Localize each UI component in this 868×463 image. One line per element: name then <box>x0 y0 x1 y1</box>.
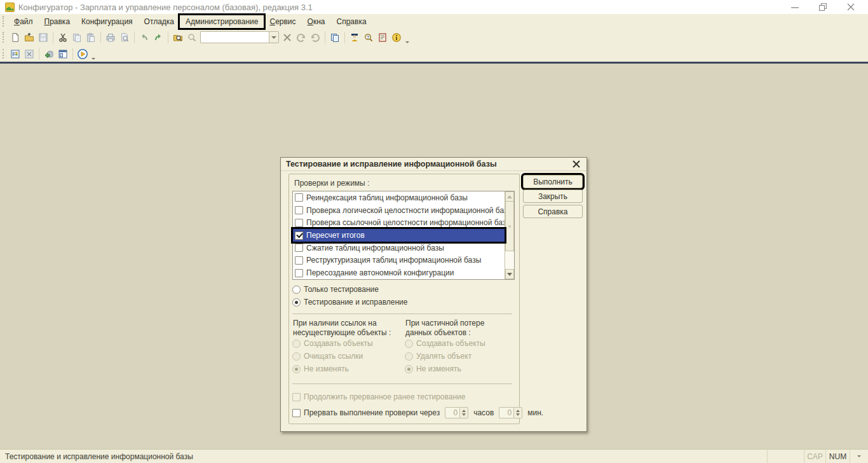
menu-help[interactable]: Справка <box>330 15 372 28</box>
separator <box>292 314 512 314</box>
status-bar: Тестирование и исправление информационно… <box>0 449 868 463</box>
configuration-window-icon[interactable] <box>8 47 22 61</box>
app-icon <box>5 3 15 12</box>
ref-no-change[interactable]: Не изменять <box>292 364 349 373</box>
list-item[interactable]: Реструктуризация таблиц информационной б… <box>293 254 505 267</box>
copy-icon[interactable] <box>70 31 84 45</box>
zoom-icon[interactable] <box>185 31 199 45</box>
continue-testing-checkbox: Продолжить прерванное ранее тестирование <box>292 392 465 401</box>
interrupt-check-row: Прервать выполнение проверки через 0 час… <box>292 407 543 418</box>
restore-icon[interactable] <box>818 3 827 11</box>
loss-delete-object[interactable]: Удалять объект <box>405 352 471 361</box>
test-repair-dialog: Тестирование и исправление информационно… <box>280 157 587 432</box>
menu-administration[interactable]: Администрирование <box>180 15 264 28</box>
menu-windows[interactable]: Окна <box>302 15 331 28</box>
go-back-icon[interactable] <box>294 31 308 45</box>
minutes-stepper[interactable]: 0 <box>499 407 522 418</box>
menu-configuration[interactable]: Конфигурация <box>76 15 139 28</box>
toolbar2-grip[interactable] <box>3 49 7 59</box>
checks-listbox: Реиндексация таблиц информационной базы … <box>292 191 515 280</box>
close-button[interactable]: Закрыть <box>523 190 583 203</box>
radio-disabled-icon <box>292 340 301 348</box>
list-item[interactable]: Проверка ссылочной целостности информаци… <box>293 216 505 229</box>
checkbox-icon[interactable] <box>295 244 303 252</box>
ref-create-objects[interactable]: Создавать объекты <box>292 339 373 348</box>
hours-stepper[interactable]: 0 <box>445 407 468 418</box>
open-config-window-icon[interactable] <box>56 47 70 61</box>
menu-bar: Файл Правка Конфигурация Отладка Админис… <box>0 14 868 29</box>
save-icon[interactable] <box>36 31 50 45</box>
menu-file[interactable]: Файл <box>8 15 39 28</box>
scrollbar-track[interactable] <box>505 251 514 269</box>
open-icon[interactable] <box>22 31 36 45</box>
status-dropdown-icon[interactable] <box>850 450 868 463</box>
toolbar-more-icon[interactable] <box>403 32 411 43</box>
checkbox-icon[interactable] <box>295 256 303 265</box>
print-icon[interactable] <box>104 31 118 45</box>
toolbar1-grip[interactable] <box>3 32 7 43</box>
print-preview-icon[interactable] <box>118 31 132 45</box>
list-item[interactable]: Реиндексация таблиц информационной базы <box>293 191 505 204</box>
search-input[interactable] <box>200 31 269 43</box>
loss-no-change[interactable]: Не изменять <box>405 364 461 373</box>
ref-clear-links[interactable]: Очищать ссылки <box>292 352 363 361</box>
syntax-check-icon[interactable] <box>348 31 362 45</box>
search-combobox <box>200 31 279 43</box>
checks-groupbox: Проверки и режимы : Реиндексация таблиц … <box>288 174 520 424</box>
checkbox-icon[interactable] <box>295 206 303 214</box>
checkbox-checked-icon[interactable] <box>295 232 303 240</box>
minutes-value[interactable]: 0 <box>499 407 514 418</box>
mode-test-only[interactable]: Только тестирование <box>292 285 379 294</box>
redo-icon[interactable] <box>151 31 165 45</box>
scrollbar-thumb[interactable] <box>505 202 514 251</box>
radio-icon[interactable] <box>292 286 301 294</box>
close-icon[interactable] <box>846 3 855 11</box>
menu-debug[interactable]: Отладка <box>139 15 180 28</box>
update-database-config-icon[interactable] <box>42 47 56 61</box>
listbox-scrollbar[interactable] <box>505 191 514 279</box>
interrupt-checkbox-icon[interactable] <box>292 409 301 417</box>
execute-button[interactable]: Выполнить <box>523 175 583 188</box>
close-configuration-icon[interactable] <box>22 47 36 61</box>
radio-selected-icon[interactable] <box>292 298 301 307</box>
go-forward-icon[interactable] <box>308 31 322 45</box>
checkbox-icon[interactable] <box>295 269 303 277</box>
list-item[interactable]: Пересоздание автономной конфигурации <box>293 266 505 279</box>
copy-pages-icon[interactable] <box>328 31 342 45</box>
minutes-spin-icons[interactable] <box>514 407 522 418</box>
clear-search-icon[interactable] <box>280 31 294 45</box>
dialog-close-icon[interactable] <box>571 159 581 169</box>
list-item[interactable]: Сжатие таблиц информационной базы <box>293 242 505 254</box>
status-empty-cell <box>768 450 804 463</box>
standard-toolbar: ? <box>0 29 868 46</box>
dialog-titlebar[interactable]: Тестирование и исправление информационно… <box>281 158 587 171</box>
new-document-icon[interactable] <box>8 31 22 45</box>
list-item[interactable]: Проверка логической целостности информац… <box>293 204 505 217</box>
status-numlock: NUM <box>826 450 850 463</box>
find-icon[interactable] <box>171 31 185 45</box>
loss-create-objects[interactable]: Создавать объекты <box>405 339 485 348</box>
help-button[interactable]: Справка <box>523 205 583 218</box>
scroll-down-icon[interactable] <box>505 269 514 279</box>
info-icon[interactable] <box>390 31 403 45</box>
cut-icon[interactable] <box>56 31 70 45</box>
list-item-selected[interactable]: Пересчет итогов <box>293 229 505 242</box>
hours-spin-icons[interactable] <box>460 407 468 418</box>
menu-service[interactable]: Сервис <box>264 15 301 28</box>
paste-icon[interactable] <box>84 31 98 45</box>
checkbox-icon[interactable] <box>295 219 303 227</box>
context-help-icon[interactable]: ? <box>362 31 376 45</box>
scroll-up-icon[interactable] <box>505 191 514 202</box>
debug-dropdown-icon[interactable] <box>90 48 97 60</box>
start-debugging-icon[interactable] <box>76 47 90 61</box>
minimize-icon[interactable] <box>790 3 799 11</box>
radio-disabled-icon <box>292 352 301 361</box>
undo-icon[interactable] <box>137 31 151 45</box>
menu-edit[interactable]: Правка <box>39 15 76 28</box>
menubar-grip[interactable] <box>3 16 7 27</box>
search-dropdown-icon[interactable] <box>269 31 279 43</box>
checkbox-icon[interactable] <box>295 193 303 202</box>
templates-document-icon[interactable] <box>376 31 390 45</box>
hours-value[interactable]: 0 <box>445 407 460 418</box>
mode-test-and-repair[interactable]: Тестирование и исправление <box>292 298 408 307</box>
